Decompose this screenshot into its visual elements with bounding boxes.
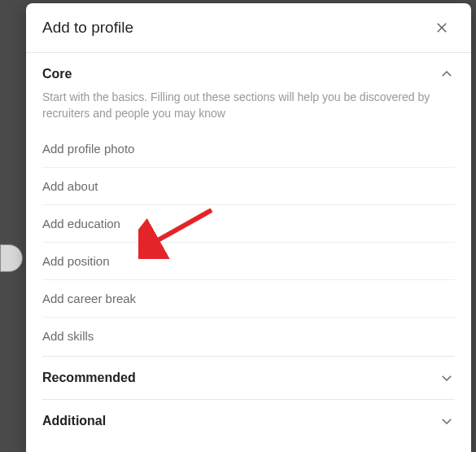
modal-title: Add to profile (42, 19, 133, 37)
close-icon (435, 20, 449, 35)
core-section-header[interactable]: Core (42, 53, 455, 87)
chevron-up-icon (439, 66, 455, 82)
add-about-item[interactable]: Add about (42, 168, 455, 205)
background-element (0, 244, 23, 272)
recommended-section-title: Recommended (42, 371, 136, 385)
add-to-profile-modal: Add to profile Core Start with the basic… (26, 3, 471, 452)
additional-section-header[interactable]: Additional (42, 400, 455, 442)
modal-body: Core Start with the basics. Filling out … (26, 53, 471, 452)
additional-section-title: Additional (42, 414, 106, 428)
core-section-title: Core (42, 67, 72, 81)
add-skills-item[interactable]: Add skills (42, 318, 455, 354)
chevron-down-icon (439, 370, 455, 386)
add-education-item[interactable]: Add education (42, 205, 455, 243)
add-position-item[interactable]: Add position (42, 243, 455, 280)
add-career-break-item[interactable]: Add career break (42, 280, 455, 318)
modal-header: Add to profile (26, 3, 471, 53)
close-button[interactable] (429, 15, 455, 41)
add-profile-photo-item[interactable]: Add profile photo (42, 130, 455, 168)
chevron-down-icon (439, 413, 455, 429)
core-section-description: Start with the basics. Filling out these… (42, 87, 455, 130)
recommended-section-header[interactable]: Recommended (42, 357, 455, 400)
